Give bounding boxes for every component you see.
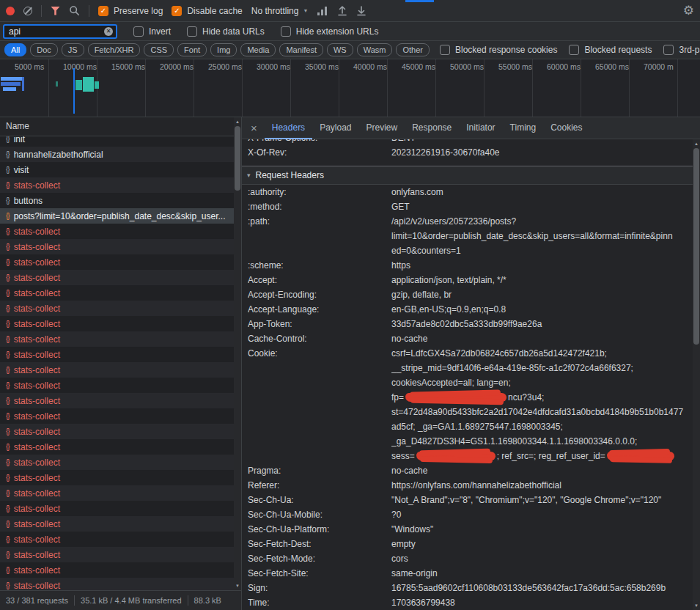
type-filter-wasm[interactable]: Wasm bbox=[357, 43, 393, 56]
request-row[interactable]: {}stats-collect bbox=[0, 485, 234, 501]
clear-button[interactable] bbox=[23, 7, 32, 15]
request-row[interactable]: {}stats-collect bbox=[0, 254, 234, 270]
request-row[interactable]: {}stats-collect bbox=[0, 532, 234, 547]
header-value-line: sess=; ref_src=; reg_ref_user_id= bbox=[391, 449, 684, 463]
request-row[interactable]: {}stats-collect bbox=[0, 393, 234, 408]
request-list-panel: Name {}init{}hannahelizabethofficial{}vi… bbox=[0, 117, 242, 610]
tab-headers[interactable]: Headers bbox=[265, 117, 312, 139]
request-row[interactable]: {}posts?limit=10&order=publish_date_desc… bbox=[0, 208, 234, 224]
request-row[interactable]: {}stats-collect bbox=[0, 347, 234, 362]
close-icon[interactable]: × bbox=[243, 122, 265, 134]
waterfall-bar bbox=[1, 77, 23, 81]
request-row[interactable]: {}stats-collect bbox=[0, 562, 234, 578]
details-scrollbar[interactable]: ▲ ▼ bbox=[693, 139, 700, 610]
scroll-up-icon[interactable]: ▲ bbox=[235, 117, 240, 126]
script-icon: {} bbox=[6, 196, 10, 205]
type-filter-fetch-xhr[interactable]: Fetch/XHR bbox=[88, 43, 141, 56]
request-headers-section[interactable]: ▾ Request Headers bbox=[242, 166, 693, 185]
invert-checkbox[interactable]: Invert bbox=[133, 26, 171, 37]
request-row[interactable]: {}init bbox=[0, 136, 234, 147]
requests-scrollbar[interactable]: ▲ ▼ bbox=[234, 117, 241, 590]
request-row[interactable]: {}stats-collect bbox=[0, 547, 234, 562]
tab-payload[interactable]: Payload bbox=[312, 117, 358, 139]
hide-extension-urls-checkbox[interactable]: Hide extension URLs bbox=[281, 26, 379, 37]
request-name: stats-collect bbox=[14, 273, 60, 283]
type-filter-font[interactable]: Font bbox=[177, 43, 207, 56]
header-row: Cache-Control:no-cache bbox=[242, 331, 693, 346]
filter-input[interactable] bbox=[6, 26, 101, 37]
summary-bar: 33 / 381 requests 35.1 kB / 4.4 MB trans… bbox=[0, 590, 241, 610]
request-row[interactable]: {}stats-collect bbox=[0, 424, 234, 439]
type-filter-other[interactable]: Other bbox=[396, 43, 430, 56]
throttling-label: No throttling bbox=[251, 6, 299, 16]
scrollbar-thumb[interactable] bbox=[235, 126, 240, 191]
timeline-gridline bbox=[484, 59, 485, 117]
request-row[interactable]: {}stats-collect bbox=[0, 316, 234, 331]
type-filter-media[interactable]: Media bbox=[240, 43, 276, 56]
export-har-button[interactable] bbox=[356, 5, 366, 16]
checkbox-unchecked-icon bbox=[187, 26, 197, 37]
type-filter-ws[interactable]: WS bbox=[327, 43, 353, 56]
preserve-log-checkbox[interactable]: Preserve log bbox=[98, 6, 163, 16]
scroll-down-icon[interactable]: ▼ bbox=[694, 601, 699, 610]
type-filter-js[interactable]: JS bbox=[62, 43, 84, 56]
request-row[interactable]: {}stats-collect bbox=[0, 285, 234, 301]
name-column-header[interactable]: Name bbox=[0, 117, 234, 136]
request-row[interactable]: {}stats-collect bbox=[0, 501, 234, 516]
request-row[interactable]: {}stats-collect bbox=[0, 439, 234, 455]
request-row[interactable]: {}stats-collect bbox=[0, 239, 234, 254]
filter-checkbox-3rd-party-requests[interactable]: 3rd-party requests bbox=[663, 45, 700, 55]
type-filter-doc[interactable]: Doc bbox=[30, 43, 58, 56]
scroll-up-icon[interactable]: ▲ bbox=[694, 139, 699, 148]
type-filter-css[interactable]: CSS bbox=[144, 43, 174, 56]
throttling-dropdown[interactable]: No throttling ▼ bbox=[251, 6, 309, 16]
tab-cookies[interactable]: Cookies bbox=[543, 117, 589, 139]
request-row[interactable]: {}stats-collect bbox=[0, 455, 234, 470]
type-filter-manifest[interactable]: Manifest bbox=[279, 43, 323, 56]
request-row[interactable]: {}stats-collect bbox=[0, 331, 234, 347]
tab-initiator[interactable]: Initiator bbox=[459, 117, 502, 139]
tab-preview[interactable]: Preview bbox=[359, 117, 405, 139]
header-value-text: ; ref_src=; reg_ref_user_id= bbox=[497, 451, 605, 461]
timeline-overview[interactable]: 5000 ms10000 ms15000 ms20000 ms25000 ms3… bbox=[0, 59, 700, 117]
tab-response[interactable]: Response bbox=[405, 117, 459, 139]
timeline-label: 70000 m bbox=[644, 62, 674, 71]
waterfall-bar bbox=[3, 87, 16, 91]
header-name: Sign: bbox=[248, 581, 391, 595]
request-row[interactable]: {}stats-collect bbox=[0, 177, 234, 193]
tab-timing[interactable]: Timing bbox=[503, 117, 544, 139]
request-row[interactable]: {}stats-collect bbox=[0, 270, 234, 285]
scrollbar-thumb[interactable] bbox=[693, 148, 699, 345]
request-row[interactable]: {}hannahelizabethofficial bbox=[0, 147, 234, 162]
request-row[interactable]: {}stats-collect bbox=[0, 470, 234, 485]
header-name: Accept: bbox=[248, 273, 391, 287]
scroll-down-icon[interactable]: ▼ bbox=[235, 581, 240, 590]
request-row[interactable]: {}visit bbox=[0, 162, 234, 177]
request-row[interactable]: {}stats-collect bbox=[0, 578, 234, 590]
request-row[interactable]: {}stats-collect bbox=[0, 224, 234, 239]
request-row[interactable]: {}buttons bbox=[0, 193, 234, 208]
filter-toggle-button[interactable] bbox=[51, 7, 60, 15]
search-button[interactable] bbox=[69, 5, 80, 16]
timeline-gridline bbox=[290, 59, 291, 117]
header-value-text: limit=10&order=publish_date_desc&skip_us… bbox=[391, 231, 673, 241]
request-row[interactable]: {}stats-collect bbox=[0, 516, 234, 532]
filter-checkbox-blocked-response-cookies[interactable]: Blocked response cookies bbox=[440, 45, 557, 55]
request-row[interactable]: {}stats-collect bbox=[0, 301, 234, 316]
disable-cache-checkbox[interactable]: Disable cache bbox=[172, 6, 242, 16]
type-filter-img[interactable]: Img bbox=[210, 43, 237, 56]
record-button[interactable] bbox=[6, 7, 15, 15]
request-row[interactable]: {}stats-collect bbox=[0, 408, 234, 424]
filter-checkbox-blocked-requests[interactable]: Blocked requests bbox=[569, 45, 652, 55]
import-har-button[interactable] bbox=[337, 5, 347, 16]
request-name: init bbox=[14, 136, 25, 144]
network-tab-indicator bbox=[405, 0, 434, 2]
request-row[interactable]: {}stats-collect bbox=[0, 362, 234, 378]
type-filter-all[interactable]: All bbox=[4, 43, 26, 56]
hide-data-urls-checkbox[interactable]: Hide data URLs bbox=[187, 26, 265, 37]
settings-button[interactable]: ⚙ bbox=[683, 4, 694, 17]
header-name: Sec-Fetch-Site: bbox=[248, 566, 391, 581]
clear-filter-icon[interactable]: ✕ bbox=[104, 27, 113, 36]
request-row[interactable]: {}stats-collect bbox=[0, 378, 234, 393]
network-conditions-button[interactable] bbox=[317, 6, 328, 16]
